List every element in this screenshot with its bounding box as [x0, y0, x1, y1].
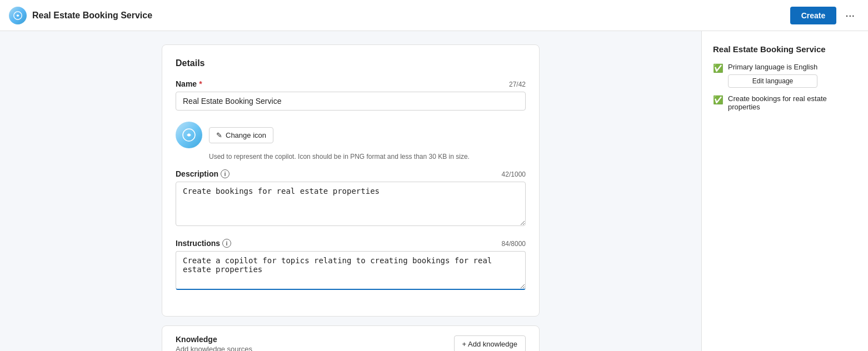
header-left: Real Estate Booking Service — [9, 7, 152, 24]
description-field-group: Description i 42/1000 Create bookings fo… — [176, 169, 526, 228]
knowledge-info: Knowledge Add knowledge sources — [176, 335, 252, 351]
details-title: Details — [176, 58, 526, 68]
knowledge-title: Knowledge — [176, 335, 252, 344]
icon-hint: Used to represent the copilot. Icon shou… — [209, 153, 526, 161]
name-field-group: Name * 27/42 — [176, 79, 526, 111]
page-title: Real Estate Booking Service — [32, 11, 152, 21]
instructions-info-icon: i — [222, 239, 231, 248]
name-counter: 27/42 — [509, 81, 526, 88]
description-textarea[interactable]: Create bookings for real estate properti… — [176, 182, 526, 226]
copilot-icon-preview — [176, 122, 202, 148]
main-content: Details Name * 27/42 — [0, 31, 701, 351]
check-icon-language: ✅ — [713, 63, 724, 73]
check-icon-description: ✅ — [713, 95, 724, 105]
icon-row: ✎ Change icon — [176, 122, 526, 148]
edit-icon: ✎ — [216, 131, 222, 139]
panel-title: Real Estate Booking Service — [713, 44, 857, 54]
instructions-field-group: Instructions i 84/8000 Create a copilot … — [176, 239, 526, 292]
name-input[interactable] — [176, 92, 526, 111]
panel-description-text: Create bookings for real estate properti… — [728, 94, 857, 111]
app-icon — [9, 7, 27, 24]
svg-point-1 — [17, 14, 19, 17]
description-info-icon: i — [221, 169, 230, 178]
panel-item-description: ✅ Create bookings for real estate proper… — [713, 94, 857, 111]
header-right: Create ··· — [790, 7, 859, 24]
create-button[interactable]: Create — [790, 7, 837, 24]
panel-item-language-content: Primary language is English Edit languag… — [728, 63, 817, 88]
instructions-counter: 84/8000 — [502, 240, 526, 248]
layout: Details Name * 27/42 — [0, 31, 868, 351]
change-icon-button[interactable]: ✎ Change icon — [209, 127, 273, 143]
language-text: Primary language is English — [728, 63, 817, 71]
add-knowledge-button[interactable]: + Add knowledge — [454, 335, 526, 351]
name-label: Name * — [176, 79, 202, 88]
description-label: Description i — [176, 169, 230, 178]
edit-language-button[interactable]: Edit language — [728, 74, 817, 88]
svg-point-3 — [188, 134, 191, 137]
instructions-label: Instructions i — [176, 239, 231, 248]
header: Real Estate Booking Service Create ··· — [0, 0, 868, 31]
panel-item-language: ✅ Primary language is English Edit langu… — [713, 63, 857, 88]
instructions-textarea[interactable]: Create a copilot for topics relating to … — [176, 251, 526, 290]
knowledge-subtitle: Add knowledge sources — [176, 345, 252, 351]
description-counter: 42/1000 — [502, 171, 526, 178]
knowledge-card: Knowledge Add knowledge sources + Add kn… — [162, 325, 540, 351]
more-options-button[interactable]: ··· — [841, 7, 859, 24]
details-card: Details Name * 27/42 — [162, 44, 540, 317]
right-panel: Real Estate Booking Service ✅ Primary la… — [701, 31, 868, 351]
